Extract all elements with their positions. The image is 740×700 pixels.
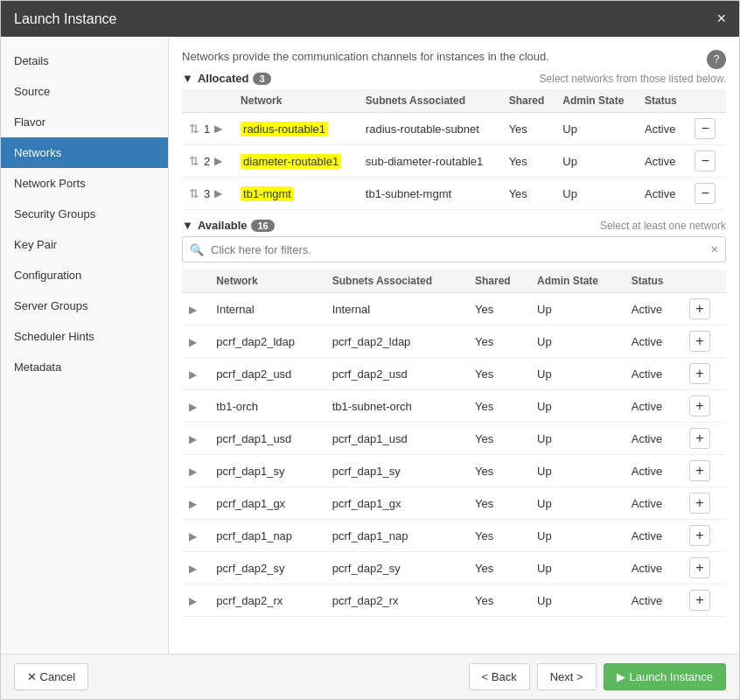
launch-icon: ▶ — [617, 670, 625, 683]
shared: Yes — [468, 390, 530, 423]
drag-icon: ⇅ — [189, 122, 199, 136]
sidebar-item-configuration[interactable]: Configuration — [1, 260, 168, 290]
shared: Yes — [468, 455, 530, 487]
network-name: diameter-routable1 — [234, 145, 359, 178]
avail-col-status: Status — [625, 270, 682, 293]
sidebar-item-server-groups[interactable]: Server Groups — [1, 290, 168, 321]
network-name: radius-routable1 — [234, 113, 359, 145]
expand-icon[interactable]: ▶ — [189, 530, 197, 542]
expand-icon[interactable]: ▶ — [189, 466, 197, 478]
drag-icon: ⇅ — [189, 186, 199, 200]
network-name: pcrf_dap2_usd — [209, 358, 325, 390]
expand-icon[interactable]: ▶ — [189, 336, 197, 348]
add-button[interactable]: + — [689, 363, 710, 384]
shared: Yes — [468, 423, 530, 455]
sidebar-item-key-pair[interactable]: Key Pair — [1, 229, 168, 260]
available-table-header: Network Subnets Associated Shared Admin … — [182, 270, 726, 293]
allocated-toggle[interactable]: ▼ Allocated 3 — [182, 72, 271, 85]
subnets-associated: pcrf_dap1_usd — [325, 423, 468, 455]
available-label: Available — [198, 219, 248, 232]
network-name: pcrf_dap2_rx — [209, 584, 325, 617]
allocated-table-header: Network Subnets Associated Shared Admin … — [182, 89, 726, 113]
expand-icon[interactable]: ▶ — [189, 595, 197, 607]
allocated-section-header: ▼ Allocated 3 Select networks from those… — [182, 72, 726, 85]
expand-cell: ▶ — [182, 487, 209, 520]
sidebar-item-flavor[interactable]: Flavor — [1, 107, 168, 137]
remove-action: − — [688, 178, 726, 210]
row-number: ⇅ 3 ▶ — [182, 178, 234, 210]
add-button[interactable]: + — [689, 428, 710, 449]
sidebar-item-source[interactable]: Source — [1, 76, 168, 107]
help-button[interactable]: ? — [707, 50, 726, 69]
expand-icon[interactable]: ▶ — [214, 122, 222, 135]
add-button[interactable]: + — [689, 331, 710, 352]
add-action: + — [682, 487, 726, 520]
available-toggle[interactable]: ▼ Available 16 — [182, 219, 275, 232]
expand-icon[interactable]: ▶ — [189, 304, 197, 316]
admin-state: Up — [530, 390, 625, 423]
add-button[interactable]: + — [689, 298, 710, 319]
avail-col-shared: Shared — [468, 270, 530, 293]
status: Active — [625, 293, 682, 326]
sidebar-item-network-ports[interactable]: Network Ports — [1, 168, 168, 199]
expand-icon[interactable]: ▶ — [214, 155, 222, 167]
modal-title: Launch Instance — [14, 11, 116, 27]
main-content: Networks provide the communication chann… — [169, 37, 739, 654]
avail-col-network: Network — [209, 270, 325, 293]
add-button[interactable]: + — [689, 493, 710, 514]
shared: Yes — [468, 487, 530, 520]
filter-clear-button[interactable]: × — [704, 237, 725, 262]
remove-button[interactable]: − — [695, 150, 716, 172]
add-action: + — [682, 520, 726, 552]
status: Active — [625, 455, 682, 487]
remove-button[interactable]: − — [695, 183, 716, 204]
shared: Yes — [468, 520, 530, 552]
subnets-associated: Internal — [325, 293, 468, 326]
network-name: pcrf_dap1_gx — [209, 487, 325, 520]
subnets-associated: tb1-subnet-mgmt — [359, 178, 502, 210]
remove-button[interactable]: − — [695, 118, 716, 139]
launch-button[interactable]: ▶ Launch Instance — [604, 663, 726, 690]
sidebar-item-networks[interactable]: Networks — [1, 137, 168, 168]
expand-icon[interactable]: ▶ — [189, 498, 197, 510]
add-button[interactable]: + — [689, 460, 710, 481]
network-name: pcrf_dap2_ldap — [209, 326, 325, 358]
subnets-associated: pcrf_dap2_ldap — [325, 326, 468, 358]
sidebar-item-scheduler-hints[interactable]: Scheduler Hints — [1, 321, 168, 352]
expand-cell: ▶ — [182, 390, 209, 423]
filter-input[interactable] — [211, 238, 704, 262]
add-button[interactable]: + — [689, 590, 710, 611]
expand-cell: ▶ — [182, 326, 209, 358]
subnets-associated: pcrf_dap2_rx — [325, 584, 468, 617]
subnets-associated: sub-diameter-routable1 — [359, 145, 502, 178]
network-name: pcrf_dap1_usd — [209, 423, 325, 455]
subnets-associated: pcrf_dap2_usd — [325, 358, 468, 390]
modal-body: Details Source Flavor Networks Network P… — [1, 37, 739, 654]
network-name: pcrf_dap1_nap — [209, 520, 325, 552]
remove-action: − — [688, 113, 726, 145]
close-button[interactable]: × — [716, 10, 726, 28]
cancel-button[interactable]: ✕ Cancel — [14, 663, 88, 690]
network-name: tb1-orch — [209, 390, 325, 423]
add-button[interactable]: + — [689, 557, 710, 578]
available-section-header: ▼ Available 16 Select at least one netwo… — [182, 219, 726, 232]
expand-icon[interactable]: ▶ — [189, 433, 197, 445]
add-button[interactable]: + — [689, 396, 710, 416]
add-action: + — [682, 584, 726, 617]
sidebar-item-metadata[interactable]: Metadata — [1, 352, 168, 382]
back-button[interactable]: < Back — [469, 663, 530, 690]
expand-icon[interactable]: ▶ — [214, 187, 222, 200]
modal-header: Launch Instance × — [1, 1, 739, 37]
sidebar-item-security-groups[interactable]: Security Groups — [1, 199, 168, 229]
subnets-associated: pcrf_dap1_nap — [325, 520, 468, 552]
add-button[interactable]: + — [689, 525, 710, 546]
expand-icon[interactable]: ▶ — [189, 401, 197, 413]
table-row: ⇅ 3 ▶ tb1-mgmt tb1-subnet-mgmt Yes Up Ac… — [182, 178, 726, 210]
sidebar-item-details[interactable]: Details — [1, 46, 168, 76]
status: Active — [625, 326, 682, 358]
expand-icon[interactable]: ▶ — [189, 368, 197, 381]
avail-col-action — [682, 270, 726, 293]
expand-icon[interactable]: ▶ — [189, 563, 197, 575]
expand-cell: ▶ — [182, 423, 209, 455]
next-button[interactable]: Next > — [537, 663, 597, 690]
